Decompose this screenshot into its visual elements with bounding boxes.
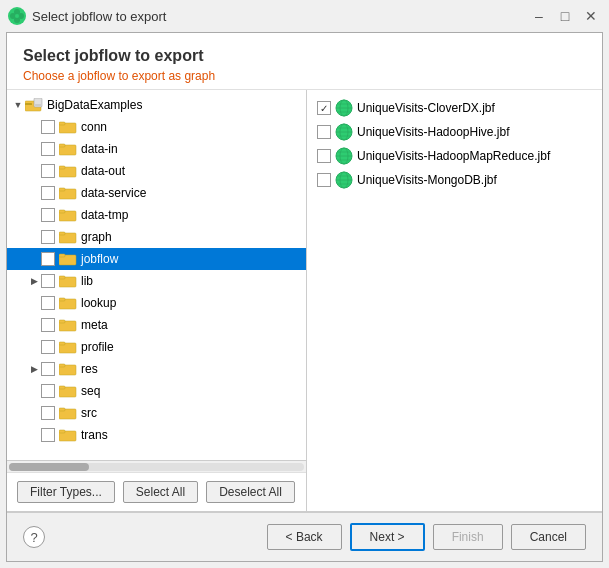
checkbox[interactable] [41,274,55,288]
tree-item-data-tmp[interactable]: data-tmp [7,204,306,226]
dialog-title: Select jobflow to export [23,47,586,65]
tree-label-conn: conn [81,120,107,134]
cancel-button[interactable]: Cancel [511,524,586,550]
tree-item-trans[interactable]: trans [7,424,306,446]
file-label-f4: UniqueVisits-MongoDB.jbf [357,173,497,187]
tree-scroll-thumb[interactable] [9,463,89,471]
tree-expand-data-tmp[interactable] [27,208,41,222]
checkbox[interactable] [41,318,55,332]
dialog-main: ▼ BigDataExamples conn [7,90,602,512]
checkbox[interactable] [41,252,55,266]
tree-root[interactable]: ▼ BigDataExamples [7,94,306,116]
checkbox[interactable] [41,142,55,156]
tree-expand-data-in[interactable] [27,142,41,156]
tree-item-lib[interactable]: ▶ lib [7,270,306,292]
tree-expand-jobflow[interactable] [27,252,41,266]
globe-icon [335,123,353,141]
tree-item-conn[interactable]: conn [7,116,306,138]
file-item-f3[interactable]: UniqueVisits-HadoopMapReduce.jbf [311,144,598,168]
folder-icon [59,318,77,332]
tree-expand-data-service[interactable] [27,186,41,200]
tree-horizontal-scrollbar[interactable] [7,460,306,472]
finish-button[interactable]: Finish [433,524,503,550]
minimize-button[interactable]: – [529,6,549,26]
file-item-f4[interactable]: UniqueVisits-MongoDB.jbf [311,168,598,192]
folder-icon [59,340,77,354]
checkbox[interactable] [41,186,55,200]
tree-label-jobflow: jobflow [81,252,118,266]
tree-item-jobflow[interactable]: jobflow [7,248,306,270]
globe-icon [335,99,353,117]
checkbox[interactable] [317,173,331,187]
tree-expand-meta[interactable] [27,318,41,332]
checkbox[interactable] [41,428,55,442]
folder-icon [59,142,77,156]
checkbox[interactable] [41,230,55,244]
tree-item-seq[interactable]: seq [7,380,306,402]
svg-rect-27 [59,298,65,301]
folder-icon [59,428,77,442]
help-button[interactable]: ? [23,526,45,548]
tree-expand-profile[interactable] [27,340,41,354]
checkbox[interactable] [41,362,55,376]
tree-item-data-out[interactable]: data-out [7,160,306,182]
svg-rect-11 [59,122,65,125]
tree-item-src[interactable]: src [7,402,306,424]
tree-expand-lookup[interactable] [27,296,41,310]
close-button[interactable]: ✕ [581,6,601,26]
folder-icon [59,252,77,266]
file-item-f2[interactable]: UniqueVisits-HadoopHive.jbf [311,120,598,144]
svg-rect-15 [59,166,65,169]
checkbox[interactable] [41,120,55,134]
checkbox[interactable] [41,164,55,178]
tree-expand-root[interactable]: ▼ [11,98,25,112]
tree-label-trans: trans [81,428,108,442]
tree-expand-conn[interactable] [27,120,41,134]
next-button[interactable]: Next > [350,523,425,551]
app-icon [8,7,26,25]
dialog-footer: ? < Back Next > Finish Cancel [7,512,602,561]
checkbox[interactable] [41,384,55,398]
checkbox[interactable] [317,149,331,163]
back-button[interactable]: < Back [267,524,342,550]
svg-rect-21 [59,232,65,235]
svg-rect-19 [59,210,65,213]
tree-item-profile[interactable]: profile [7,336,306,358]
tree-expand-lib[interactable]: ▶ [27,274,41,288]
tree-expand-data-out[interactable] [27,164,41,178]
filter-types-button[interactable]: Filter Types... [17,481,115,503]
tree-label-lib: lib [81,274,93,288]
deselect-all-button[interactable]: Deselect All [206,481,295,503]
tree-expand-trans[interactable] [27,428,41,442]
checkbox[interactable] [41,296,55,310]
tree-expand-graph[interactable] [27,230,41,244]
checkbox[interactable] [317,125,331,139]
title-bar-controls: – □ ✕ [529,6,601,26]
folder-icon [59,164,77,178]
tree-item-lookup[interactable]: lookup [7,292,306,314]
folder-icon [59,120,77,134]
folder-icon [59,406,77,420]
tree-buttons: Filter Types... Select All Deselect All [7,472,306,511]
tree-expand-seq[interactable] [27,384,41,398]
folder-icon [59,362,77,376]
tree-scroll-area[interactable]: ▼ BigDataExamples conn [7,90,306,460]
tree-label-res: res [81,362,98,376]
tree-item-data-in[interactable]: data-in [7,138,306,160]
tree-item-data-service[interactable]: data-service [7,182,306,204]
maximize-button[interactable]: □ [555,6,575,26]
svg-rect-9 [35,104,41,106]
tree-item-graph[interactable]: graph [7,226,306,248]
checkbox[interactable] [317,101,331,115]
select-all-button[interactable]: Select All [123,481,198,503]
tree-expand-src[interactable] [27,406,41,420]
tree-item-res[interactable]: ▶ res [7,358,306,380]
checkbox[interactable] [41,208,55,222]
tree-item-meta[interactable]: meta [7,314,306,336]
checkbox[interactable] [41,340,55,354]
tree-expand-res[interactable]: ▶ [27,362,41,376]
file-item-f1[interactable]: UniqueVisits-CloverDX.jbf [311,96,598,120]
checkbox[interactable] [41,406,55,420]
svg-rect-35 [59,386,65,389]
tree-label-graph: graph [81,230,112,244]
